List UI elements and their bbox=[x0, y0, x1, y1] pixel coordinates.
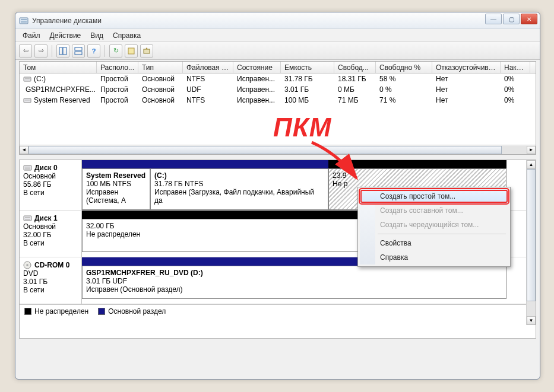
svg-rect-15 bbox=[24, 165, 31, 170]
svg-point-22 bbox=[26, 264, 29, 266]
scroll-track[interactable] bbox=[527, 169, 536, 316]
toolbar-icon[interactable] bbox=[56, 44, 69, 58]
svg-rect-7 bbox=[128, 48, 134, 54]
separator bbox=[52, 45, 52, 57]
disk-info[interactable]: Диск 0Основной55.86 ГБВ сети bbox=[20, 160, 82, 210]
col-state[interactable]: Состояние bbox=[233, 62, 281, 73]
svg-rect-14 bbox=[25, 100, 30, 101]
minimize-button[interactable]: — bbox=[485, 14, 502, 24]
scroll-thumb[interactable] bbox=[527, 169, 536, 301]
disk-info[interactable]: Диск 1Основной32.00 ГБВ сети bbox=[20, 211, 82, 257]
legend-unalloc: Не распределен bbox=[24, 307, 88, 315]
partition[interactable]: GSP1RMCHPXFRER_RU_DVD (D:)3.01 ГБ UDFИсп… bbox=[82, 266, 506, 299]
horizontal-scrollbar[interactable]: ◄ ► bbox=[20, 145, 536, 154]
close-button[interactable]: ✕ bbox=[521, 14, 537, 24]
svg-rect-2 bbox=[21, 21, 27, 23]
volume-row[interactable]: System Reserved ПростойОсновнойNTFS Испр… bbox=[20, 95, 536, 106]
disk-info[interactable]: CD-ROM 0DVD3.01 ГБВ сети bbox=[20, 257, 82, 304]
col-pct[interactable]: Свободно % bbox=[376, 62, 432, 73]
svg-rect-8 bbox=[144, 49, 150, 53]
svg-rect-18 bbox=[24, 216, 31, 221]
partition[interactable]: (C:)31.78 ГБ NTFSИсправен (Загрузка, Фай… bbox=[150, 168, 328, 210]
context-menu-item[interactable]: Справка bbox=[360, 250, 508, 264]
separator bbox=[105, 45, 105, 57]
context-menu-item: Создать составной том... bbox=[360, 203, 508, 218]
col-layout[interactable]: Располо... bbox=[97, 62, 138, 73]
column-headers[interactable]: Том Располо... Тип Файловая с... Состоян… bbox=[20, 62, 536, 74]
legend-primary: Основной раздел bbox=[98, 307, 166, 315]
toolbar-icon[interactable] bbox=[72, 44, 85, 58]
scroll-thumb[interactable] bbox=[29, 146, 502, 154]
svg-rect-6 bbox=[75, 52, 82, 55]
help-icon[interactable]: ? bbox=[87, 44, 100, 58]
col-type[interactable]: Тип bbox=[138, 62, 183, 73]
menu-action[interactable]: Действие bbox=[45, 30, 86, 41]
scroll-track[interactable] bbox=[29, 146, 527, 154]
context-menu-separator bbox=[378, 234, 506, 234]
svg-rect-4 bbox=[63, 47, 67, 55]
window-title: Управление дисками bbox=[32, 17, 102, 25]
toolbar-icon[interactable] bbox=[125, 44, 138, 58]
partition[interactable]: System Reserved100 МБ NTFSИсправен (Сист… bbox=[82, 168, 150, 210]
volume-rows: (C:) ПростойОсновнойNTFS Исправен...31.7… bbox=[20, 74, 536, 106]
context-menu-item: Создать чередующийся том... bbox=[360, 218, 508, 232]
col-capacity[interactable]: Емкость bbox=[281, 62, 334, 73]
col-volume[interactable]: Том bbox=[20, 62, 97, 73]
maximize-button[interactable]: ▢ bbox=[503, 14, 520, 24]
svg-rect-17 bbox=[25, 168, 30, 170]
scroll-down-icon[interactable]: ▼ bbox=[527, 316, 536, 325]
svg-rect-19 bbox=[25, 217, 30, 218]
window-buttons: — ▢ ✕ bbox=[485, 14, 537, 24]
refresh-icon[interactable]: ↻ bbox=[109, 44, 122, 58]
scroll-left-icon[interactable]: ◄ bbox=[20, 146, 29, 154]
svg-rect-5 bbox=[75, 47, 82, 50]
col-free[interactable]: Свобод... bbox=[334, 62, 376, 73]
svg-rect-1 bbox=[21, 19, 27, 20]
menu-view[interactable]: Вид bbox=[86, 30, 108, 41]
context-menu: Создать простой том...Создать составной … bbox=[357, 187, 511, 267]
titlebar[interactable]: Управление дисками — ▢ ✕ bbox=[15, 12, 540, 29]
app-icon bbox=[19, 16, 29, 26]
annotation-label: ПКМ bbox=[273, 113, 331, 142]
context-menu-item[interactable]: Свойства bbox=[360, 236, 508, 250]
vertical-scrollbar[interactable]: ▲ ▼ bbox=[526, 160, 536, 325]
toolbar-icon[interactable] bbox=[140, 44, 153, 58]
toolbar: ⇦ ⇨ ? ↻ bbox=[15, 42, 540, 60]
svg-rect-16 bbox=[25, 167, 30, 168]
volume-row[interactable]: (C:) ПростойОсновнойNTFS Исправен...31.7… bbox=[20, 74, 536, 84]
scroll-up-icon[interactable]: ▲ bbox=[527, 160, 536, 169]
col-overhead[interactable]: Накла... bbox=[501, 62, 530, 73]
back-button[interactable]: ⇦ bbox=[19, 44, 32, 58]
svg-rect-20 bbox=[25, 219, 30, 220]
svg-rect-10 bbox=[25, 78, 30, 79]
forward-button[interactable]: ⇨ bbox=[34, 44, 48, 58]
legend: Не распределен Основной раздел bbox=[20, 304, 536, 317]
svg-rect-3 bbox=[59, 47, 62, 55]
col-fault[interactable]: Отказоустойчиво... bbox=[432, 62, 501, 73]
svg-rect-0 bbox=[20, 18, 28, 24]
scroll-right-icon[interactable]: ► bbox=[527, 146, 536, 154]
col-fs[interactable]: Файловая с... bbox=[183, 62, 233, 73]
menu-file[interactable]: Файл bbox=[18, 30, 45, 41]
volume-row[interactable]: GSP1RMCHPXFRE... ПростойОсновнойUDF Испр… bbox=[20, 84, 536, 95]
context-menu-item[interactable]: Создать простой том... bbox=[360, 189, 508, 203]
menu-help[interactable]: Справка bbox=[108, 30, 145, 41]
menubar: Файл Действие Вид Справка bbox=[15, 29, 540, 42]
